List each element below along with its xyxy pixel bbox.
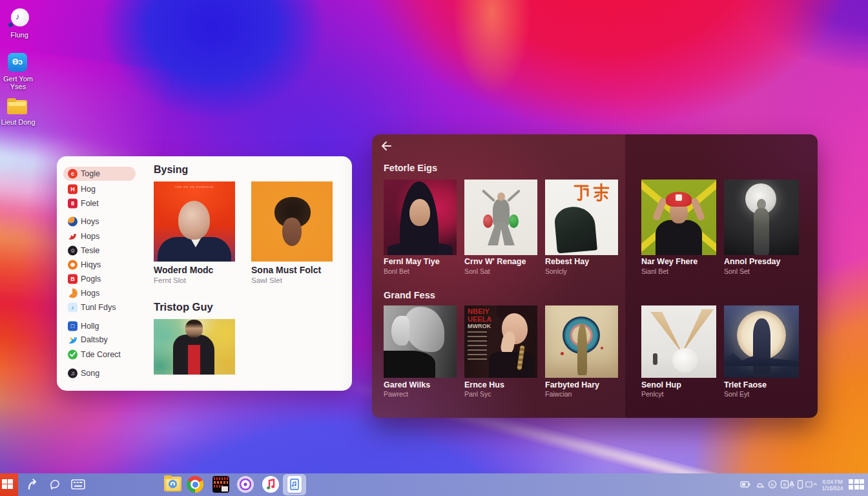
svg-text:fc: fc <box>770 482 774 487</box>
svg-text:B: B <box>783 482 786 487</box>
